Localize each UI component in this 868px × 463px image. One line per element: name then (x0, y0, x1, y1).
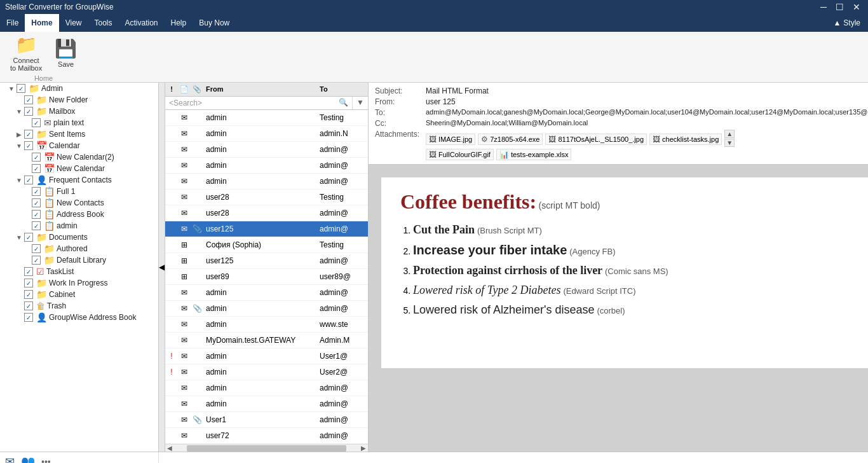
sidebar-item-cabinet[interactable]: 📁 Cabinet (0, 289, 158, 300)
menu-help[interactable]: Help (165, 14, 193, 32)
sidebar-item-calendar[interactable]: ▼ 📅 Calendar (0, 140, 158, 151)
email-row[interactable]: ✉ admin admin@ (165, 174, 368, 190)
to-label: To: (375, 108, 426, 117)
email-row[interactable]: ✉ admin admin@ (165, 285, 368, 301)
attach-name: tests-example.xlsx (511, 151, 568, 158)
sidebar-item-tasklist[interactable]: ☑ TaskList (0, 266, 158, 277)
col-from[interactable]: From (203, 83, 317, 96)
sidebar-item-groupwise-address-book[interactable]: 👤 GroupWise Address Book (0, 312, 158, 323)
style-button[interactable]: ▲ Style (825, 16, 868, 30)
save-button[interactable]: 💾 Save (50, 36, 82, 71)
attachment-checklist[interactable]: 🖼 checklist-tasks.jpg (649, 134, 722, 145)
attachment-jpg2[interactable]: 🖼 8117tOsAjeL._SL1500_.jpg (545, 134, 647, 145)
email-row[interactable]: ⊞ София (Sophia) Testing (165, 237, 368, 253)
sidebar-item-default-library[interactable]: 📁 Default Library (0, 254, 158, 266)
close-button[interactable]: ✕ (850, 2, 863, 12)
search-input[interactable] (165, 97, 335, 109)
folder-icon: 📁 (36, 106, 47, 116)
sidebar-item-new-contacts[interactable]: 📋 New Contacts (0, 197, 158, 209)
coffee-title-note: (script MT bold) (538, 200, 600, 211)
folder-icon: 📁 (36, 232, 47, 242)
attachment-xlsx[interactable]: 📊 tests-example.xlsx (496, 149, 571, 160)
attach-name: 8117tOsAjeL._SL1500_.jpg (558, 135, 644, 143)
grid-icon: ⊞ (181, 272, 187, 281)
email-row[interactable]: ! ✉ admin User2@ (165, 364, 368, 380)
sidebar-item-authored[interactable]: 📁 Authored (0, 243, 158, 254)
email-row[interactable]: ✉ MyDomain.test.GATEWAY Admin.M (165, 333, 368, 349)
mail-nav-button[interactable]: ✉ (5, 455, 15, 464)
cc-label: Cc: (375, 119, 426, 128)
sidebar-item-admin-contact[interactable]: 📋 admin (0, 220, 158, 232)
sidebar-item-documents[interactable]: ▼ 📁 Documents (0, 232, 158, 243)
menu-home[interactable]: Home (25, 14, 58, 32)
minimize-button[interactable]: ─ (818, 2, 829, 12)
more-nav-button[interactable]: ••• (41, 457, 51, 464)
email-row[interactable]: ✉ 📎 admin admin@ (165, 301, 368, 317)
col-to[interactable]: To (317, 83, 368, 96)
envelope-icon: ✉ (181, 129, 187, 138)
attach-scroll-down[interactable]: ▼ (724, 139, 735, 147)
email-row[interactable]: ⊞ user125 admin@ (165, 253, 368, 269)
attachment-exe[interactable]: ⚙ 7z1805-x64.exe (478, 134, 543, 145)
sidebar-item-work-in-progress[interactable]: 📁 Work In Progress (0, 277, 158, 289)
email-row[interactable]: ⊞ user89 user89@ (165, 269, 368, 285)
email-row[interactable]: ! ✉ admin User1@ (165, 349, 368, 364)
to-value: admin@MyDomain.local;ganesh@MyDomain.loc… (426, 108, 868, 117)
email-body-content: Coffee benefits: (script MT bold) Cut th… (400, 190, 868, 317)
sidebar-item-admin[interactable]: ▼ 📁 Admin (0, 83, 158, 94)
sidebar-item-full1[interactable]: 📋 Full 1 (0, 186, 158, 197)
menu-tools[interactable]: Tools (88, 14, 118, 32)
hscroll-left-arrow[interactable]: ◀ (165, 445, 174, 452)
paperclip-icon: 📎 (193, 415, 202, 424)
list-item: Lowered risk of Type 2 Diabetes (Edward … (413, 284, 868, 297)
sidebar-item-address-book[interactable]: 📋 Address Book (0, 209, 158, 220)
maximize-button[interactable]: ☐ (833, 2, 846, 12)
folder-icon: 📁 (36, 289, 47, 300)
email-row[interactable]: ✉ admin admin@ (165, 158, 368, 174)
email-row[interactable]: ✉ user72 admin@ (165, 428, 368, 444)
email-row[interactable]: ✉ user28 Testing (165, 190, 368, 205)
menu-buynow[interactable]: Buy Now (193, 14, 236, 32)
sidebar-item-trash[interactable]: 🗑 Trash (0, 300, 158, 312)
email-row[interactable]: ✉ admin Testing (165, 110, 368, 126)
menu-activation[interactable]: Activation (119, 14, 165, 32)
exe-icon: ⚙ (481, 135, 488, 144)
email-row[interactable]: ✉ admin www.ste (165, 317, 368, 333)
coffee-title: Coffee benefits: (400, 190, 536, 213)
sidebar-item-new-folder[interactable]: 📁 New Folder (0, 94, 158, 106)
email-row[interactable]: ✉ admin admin@ (165, 380, 368, 396)
hscroll-thumb[interactable] (187, 445, 346, 452)
email-row[interactable]: ✉ user28 admin@ (165, 205, 368, 221)
sidebar-item-sent-items[interactable]: ▶ 📁 Sent Items (0, 128, 158, 140)
sidebar-item-frequent-contacts[interactable]: ▼ 👤 Frequent Contacts (0, 174, 158, 186)
sidebar-collapse-handle[interactable]: ◀ (159, 83, 165, 452)
email-body: Coffee benefits: (script MT bold) Cut th… (369, 165, 868, 452)
attachments-row: Attachments: 🖼 IMAGE.jpg ⚙ 7z1805-x64.ex… (375, 130, 868, 147)
bottom-bar: ✉ 👥 ••• (0, 452, 868, 463)
people-nav-button[interactable]: 👥 (21, 455, 35, 464)
toolbar-group-main: 📁 Connectto Mailbox 💾 Save Home (5, 34, 87, 79)
sidebar-item-new-calendar2[interactable]: 📅 New Calendar(2) (0, 151, 158, 163)
attachment-image-jpg[interactable]: 🖼 IMAGE.jpg (426, 134, 475, 145)
folder-icon: 📁 (36, 95, 47, 105)
email-row[interactable]: ✉ 📎 User1 admin@ (165, 412, 368, 428)
connect-mailbox-button[interactable]: 📁 Connectto Mailbox (5, 32, 47, 74)
email-row[interactable]: ✉ admin admin.N (165, 126, 368, 142)
sidebar-item-plain-text[interactable]: ✉ plain text (0, 117, 158, 128)
attach-scroll-up[interactable]: ▲ (724, 130, 735, 138)
menu-file[interactable]: File (0, 14, 25, 32)
email-row[interactable]: ✉ admin admin@ (165, 142, 368, 158)
menu-view[interactable]: View (59, 14, 88, 32)
envelope-icon: ✉ (181, 336, 187, 345)
filter-button[interactable]: ▼ (352, 97, 368, 109)
attachment-gif[interactable]: 🖼 FullColourGIF.gif (426, 149, 494, 160)
email-row[interactable]: ✉ admin admin@ (165, 396, 368, 412)
search-button[interactable]: 🔍 (335, 97, 352, 109)
hscroll-right-arrow[interactable]: ▶ (359, 445, 368, 452)
envelope-icon: ✉ (181, 177, 187, 186)
sidebar-item-new-calendar[interactable]: 📅 New Calendar (0, 163, 158, 174)
email-list-panel: ! 📄 📎 From To 🔍 ▼ ✉ admin Testing ✉ (165, 83, 369, 452)
sidebar-item-mailbox[interactable]: ▼ 📁 Mailbox (0, 106, 158, 117)
email-list-hscrollbar[interactable]: ◀ ▶ (165, 444, 368, 452)
email-row-selected[interactable]: ✉ 📎 user125 admin@ (165, 221, 368, 237)
